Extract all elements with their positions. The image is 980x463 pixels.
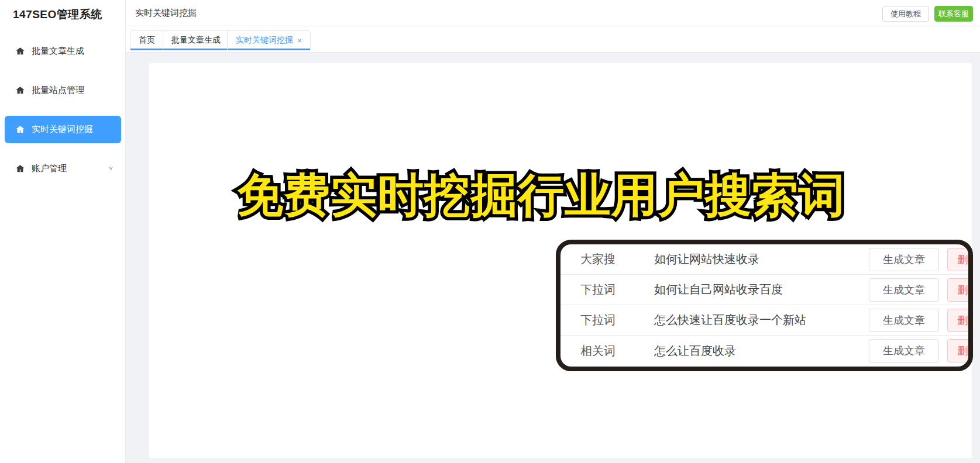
page-title: 实时关键词挖掘 (135, 8, 197, 19)
tab-home[interactable]: 首页 (130, 30, 164, 50)
sidebar-item-label: 账户管理 (32, 163, 67, 174)
row-type: 下拉词 (580, 282, 654, 298)
tab-realtime-keyword[interactable]: 实时关键词挖掘 × (227, 30, 311, 50)
home-icon (15, 125, 25, 134)
home-icon (15, 85, 25, 95)
sidebar-item-label: 批量文章生成 (32, 46, 84, 57)
delete-button[interactable]: 删除 (947, 339, 973, 362)
chevron-down-icon: ˅ (109, 165, 113, 173)
sidebar-item-label: 实时关键词挖掘 (32, 124, 93, 135)
row-type: 大家搜 (580, 251, 654, 267)
inset-row: 下拉词 如何让自己网站收录百度 生成文章 删除 (561, 275, 968, 305)
generate-article-button[interactable]: 生成文章 (869, 248, 939, 271)
tabbar: 首页 批量文章生成 实时关键词挖掘 × (126, 26, 980, 53)
page: 147SEO管理系统 批量文章生成 批量站点管理 实时关键词挖掘 账户管理 ˅ … (0, 0, 980, 463)
home-icon (15, 164, 25, 174)
delete-button[interactable]: 删除 (947, 278, 973, 302)
row-keyword: 如何让网站快速收录 (654, 251, 869, 267)
delete-button[interactable]: 删除 (947, 248, 973, 271)
sidebar-item-label: 批量站点管理 (32, 85, 84, 96)
row-keyword: 如何让自己网站收录百度 (654, 282, 869, 298)
row-keyword: 怎么让百度收录 (654, 343, 869, 359)
contact-support-button[interactable]: 联系客服 (934, 6, 973, 22)
generate-article-button[interactable]: 生成文章 (869, 278, 939, 302)
sidebar: 147SEO管理系统 批量文章生成 批量站点管理 实时关键词挖掘 账户管理 ˅ (0, 0, 126, 463)
tab-batch-article[interactable]: 批量文章生成 (163, 30, 229, 50)
row-keyword: 怎么快速让百度收录一个新站 (654, 312, 869, 328)
row-type: 下拉词 (580, 312, 654, 328)
inset-row: 相关词 怎么让百度收录 生成文章 删除 (561, 336, 968, 366)
sidebar-item-account[interactable]: 账户管理 ˅ (5, 155, 121, 182)
tab-label: 批量文章生成 (171, 35, 221, 46)
promo-overlay-text: 免费实时挖掘行业用户搜索词 (237, 165, 845, 227)
home-icon (15, 46, 25, 56)
sidebar-item-batch-article[interactable]: 批量文章生成 (5, 37, 121, 65)
close-icon[interactable]: × (297, 36, 302, 45)
inset-row: 下拉词 怎么快速让百度收录一个新站 生成文章 删除 (561, 305, 968, 336)
generate-article-button[interactable]: 生成文章 (869, 309, 939, 332)
delete-button[interactable]: 删除 (947, 309, 973, 332)
row-type: 相关词 (580, 343, 654, 359)
inset-row: 大家搜 如何让网站快速收录 生成文章 删除 (561, 244, 968, 275)
topbar: 实时关键词挖掘 使用教程 联系客服 (126, 0, 980, 26)
tab-label: 首页 (139, 35, 155, 46)
app-logo: 147SEO管理系统 (13, 7, 102, 22)
sidebar-item-realtime-keyword[interactable]: 实时关键词挖掘 (5, 116, 121, 143)
tutorial-button[interactable]: 使用教程 (882, 6, 929, 22)
sidebar-item-batch-site[interactable]: 批量站点管理 (5, 77, 121, 104)
generate-article-button[interactable]: 生成文章 (869, 339, 939, 362)
magnified-inset-box: 大家搜 如何让网站快速收录 生成文章 删除 下拉词 如何让自己网站收录百度 生成… (556, 240, 973, 371)
tab-label: 实时关键词挖掘 (236, 35, 293, 46)
